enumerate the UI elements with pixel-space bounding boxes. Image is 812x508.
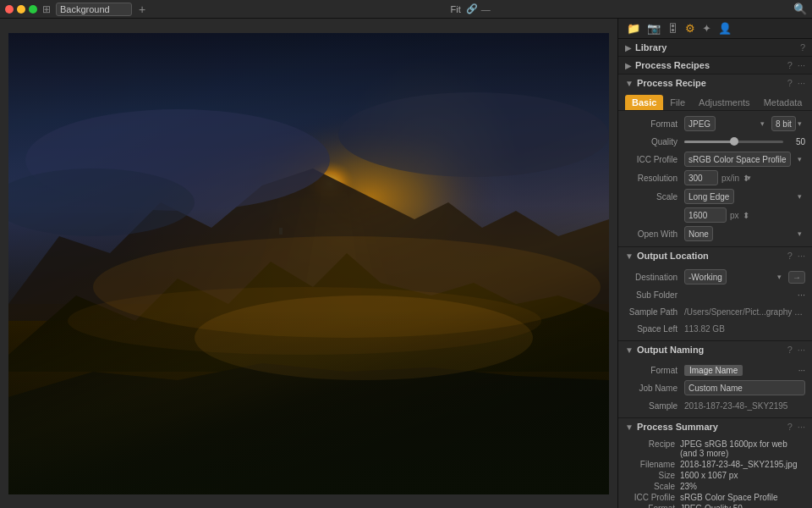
- library-question[interactable]: ?: [800, 42, 805, 52]
- process-recipe-chevron: ▼: [625, 79, 634, 88]
- output-location-dots[interactable]: ···: [798, 251, 805, 261]
- output-location-title: Output Location: [637, 251, 787, 261]
- format-value: JPEG 8 bit: [684, 116, 805, 131]
- summary-value-1: 2018-187-23-48-_SKY2195.jpg: [680, 460, 805, 469]
- space-left-value: 113.82 GB: [684, 324, 805, 334]
- open-with-label: Open With: [625, 229, 684, 239]
- search-icon[interactable]: 🔍: [793, 3, 807, 15]
- resolution-label: Resolution: [625, 174, 684, 183]
- naming-format-dots[interactable]: ···: [798, 366, 805, 375]
- library-title: Library: [635, 42, 800, 52]
- adjustments-icon[interactable]: 🎛: [667, 22, 678, 35]
- summary-label-3: Scale: [625, 482, 680, 491]
- process-recipe-header[interactable]: ▼ Process Recipe ? ···: [618, 75, 812, 91]
- format-select[interactable]: JPEG: [684, 116, 716, 131]
- icc-select[interactable]: sRGB Color Space Profile: [684, 152, 791, 167]
- summary-value-3: 23%: [680, 482, 805, 491]
- process-recipes-section: ▶ Process Recipes ? ···: [618, 57, 812, 75]
- photo-area: [0, 19, 617, 508]
- bit-select[interactable]: 8 bit: [771, 116, 796, 131]
- summary-row-5: Format JPEG Quality 50: [625, 503, 805, 508]
- output-location-question[interactable]: ?: [787, 251, 793, 261]
- tab-basic[interactable]: Basic: [625, 95, 663, 110]
- summary-label-2: Size: [625, 471, 680, 480]
- scale-select-wrapper: Long Edge: [684, 189, 805, 204]
- format-select-wrapper: JPEG: [684, 116, 768, 131]
- process-recipes-question[interactable]: ?: [787, 60, 793, 70]
- resolution-unit: px/in: [721, 174, 739, 183]
- add-layer-button[interactable]: +: [137, 3, 147, 16]
- process-summary-form: Recipe JPEG sRGB 1600px for web (and 3 m…: [618, 435, 812, 508]
- maximize-btn[interactable]: [29, 5, 37, 14]
- star-icon[interactable]: ✦: [702, 22, 711, 35]
- process-recipe-question[interactable]: ?: [787, 78, 793, 88]
- icc-value: sRGB Color Space Profile: [684, 152, 805, 167]
- top-bar-center: Fit 🔗 —: [147, 3, 793, 14]
- destination-arrow-btn[interactable]: →: [788, 271, 805, 284]
- scale-select[interactable]: Long Edge: [684, 189, 734, 204]
- summary-label-4: ICC Profile: [625, 493, 680, 502]
- naming-format-row: Format Image Name ···: [618, 362, 812, 378]
- space-left-row: Space Left 113.82 GB: [618, 320, 812, 337]
- tab-file[interactable]: File: [663, 95, 692, 110]
- process-recipe-icons: ? ···: [787, 78, 805, 88]
- output-location-header[interactable]: ▼ Output Location ? ···: [618, 247, 812, 264]
- tab-adjustments[interactable]: Adjustments: [692, 95, 757, 110]
- tab-watermark[interactable]: Watermark: [809, 95, 813, 110]
- close-btn[interactable]: [5, 5, 14, 14]
- process-summary-dots[interactable]: ···: [798, 422, 805, 432]
- quality-slider-thumb[interactable]: [730, 137, 738, 146]
- destination-select[interactable]: -Working: [684, 269, 727, 284]
- icc-label: ICC Profile: [625, 155, 684, 164]
- top-bar-right: 🔍: [793, 3, 807, 15]
- open-with-row: Open With None: [618, 224, 812, 243]
- main-content: 📁 📷 🎛 ⚙ ✦ 👤 ▶ Library ? ▶ Process Recipe…: [0, 19, 812, 508]
- summary-value-2: 1600 x 1067 px: [680, 471, 805, 480]
- folder-icon[interactable]: 📁: [627, 22, 640, 35]
- library-header[interactable]: ▶ Library ?: [618, 39, 812, 56]
- resolution-input[interactable]: [684, 170, 718, 185]
- minimize-btn[interactable]: [17, 5, 25, 14]
- process-recipes-dots[interactable]: ···: [798, 60, 805, 70]
- window-controls[interactable]: [5, 5, 37, 14]
- quality-slider-track[interactable]: [684, 141, 783, 143]
- resolution-spinner: ⬍: [743, 173, 754, 183]
- output-naming-chevron: ▼: [625, 345, 634, 355]
- recipe-tabs-row: Basic File Adjustments Metadata Watermar…: [618, 91, 812, 111]
- fit-label: Fit: [450, 4, 460, 14]
- process-summary-question[interactable]: ?: [787, 422, 793, 432]
- open-with-select[interactable]: None: [684, 226, 713, 241]
- naming-sample-row: Sample 2018-187-23-48-_SKY2195: [618, 397, 812, 414]
- size-spinner[interactable]: ⬍: [743, 211, 749, 220]
- summary-row-3: Scale 23%: [625, 481, 805, 492]
- output-naming-question[interactable]: ?: [787, 345, 793, 355]
- subfolder-dots-btn[interactable]: ···: [798, 290, 805, 300]
- process-recipes-title: Process Recipes: [635, 60, 787, 70]
- process-recipe-dots[interactable]: ···: [798, 78, 805, 88]
- process-summary-chevron: ▼: [625, 422, 634, 432]
- settings-gear-icon[interactable]: ⚙: [685, 22, 695, 35]
- right-panel: 📁 📷 🎛 ⚙ ✦ 👤 ▶ Library ? ▶ Process Recipe…: [617, 19, 812, 508]
- layers-icon: ⊞: [42, 3, 51, 15]
- process-summary-title: Process Summary: [637, 422, 787, 432]
- sample-path-row: Sample Path /Users/Spencer/Pict...graphy…: [618, 303, 812, 320]
- person-icon[interactable]: 👤: [718, 22, 732, 35]
- process-summary-section: ▼ Process Summary ? ··· Recipe JPEG sRGB…: [618, 418, 812, 508]
- process-summary-header[interactable]: ▼ Process Summary ? ···: [618, 418, 812, 435]
- output-naming-dots[interactable]: ···: [798, 345, 805, 355]
- camera-icon[interactable]: 📷: [647, 22, 661, 35]
- title-input[interactable]: [56, 3, 132, 16]
- scale-label: Scale: [625, 192, 684, 202]
- process-summary-icons: ? ···: [787, 422, 805, 432]
- process-recipes-header[interactable]: ▶ Process Recipes ? ···: [618, 57, 812, 74]
- scale-row: Scale Long Edge: [618, 187, 812, 206]
- tab-metadata[interactable]: Metadata: [757, 95, 809, 110]
- resolution-up-down[interactable]: ⬍: [743, 174, 749, 183]
- sample-path-value: /Users/Spencer/Pict...graphy Life/-Worki…: [684, 307, 805, 317]
- job-name-input[interactable]: [684, 380, 805, 395]
- naming-format-tag[interactable]: Image Name: [684, 365, 743, 376]
- output-location-chevron: ▼: [625, 251, 634, 261]
- svg-point-8: [68, 287, 541, 355]
- output-naming-header[interactable]: ▼ Output Naming ? ···: [618, 341, 812, 358]
- size-input[interactable]: [684, 207, 727, 223]
